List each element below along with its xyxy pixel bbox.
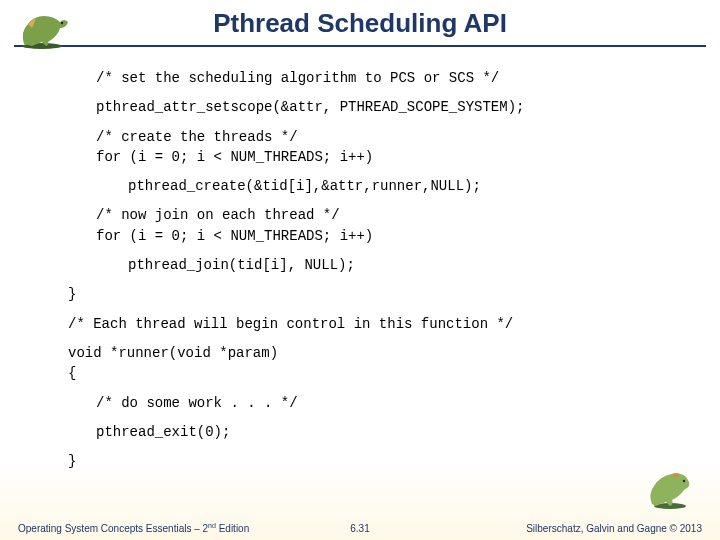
page-title: Pthread Scheduling API bbox=[0, 8, 720, 39]
svg-point-1 bbox=[61, 22, 63, 24]
dinosaur-bottom-icon bbox=[644, 466, 696, 510]
footer-edition-sup: nd bbox=[208, 522, 216, 529]
title-divider bbox=[14, 45, 706, 47]
slide: Pthread Scheduling API /* set the schedu… bbox=[0, 0, 720, 540]
footer-edition: Edition bbox=[216, 523, 249, 534]
footer-page-number: 6.31 bbox=[350, 523, 369, 534]
code-line: } bbox=[68, 451, 688, 471]
svg-point-3 bbox=[683, 480, 685, 482]
footer-left: Operating System Concepts Essentials – 2… bbox=[18, 522, 249, 534]
code-line: } bbox=[68, 284, 688, 304]
code-line: void *runner(void *param) { bbox=[68, 343, 688, 384]
footer-copyright: Silberschatz, Galvin and Gagne © 2013 bbox=[526, 523, 702, 534]
code-line: pthread_attr_setscope(&attr, PTHREAD_SCO… bbox=[96, 97, 688, 117]
code-line: pthread_create(&tid[i],&attr,runner,NULL… bbox=[96, 176, 688, 196]
code-line: /* now join on each thread */ for (i = 0… bbox=[96, 205, 688, 246]
code-line: /* set the scheduling algorithm to PCS o… bbox=[96, 68, 688, 88]
code-line: /* create the threads */ for (i = 0; i <… bbox=[96, 127, 688, 168]
slide-footer: Operating System Concepts Essentials – 2… bbox=[0, 522, 720, 534]
code-content: /* set the scheduling algorithm to PCS o… bbox=[96, 68, 688, 480]
footer-book-title: Operating System Concepts Essentials – 2 bbox=[18, 523, 208, 534]
code-line: pthread_exit(0); bbox=[96, 422, 688, 442]
code-line: pthread_join(tid[i], NULL); bbox=[96, 255, 688, 275]
slide-header: Pthread Scheduling API bbox=[0, 0, 720, 47]
dinosaur-top-icon bbox=[14, 6, 74, 50]
code-line: /* do some work . . . */ bbox=[96, 393, 688, 413]
code-line: /* Each thread will begin control in thi… bbox=[68, 314, 688, 334]
